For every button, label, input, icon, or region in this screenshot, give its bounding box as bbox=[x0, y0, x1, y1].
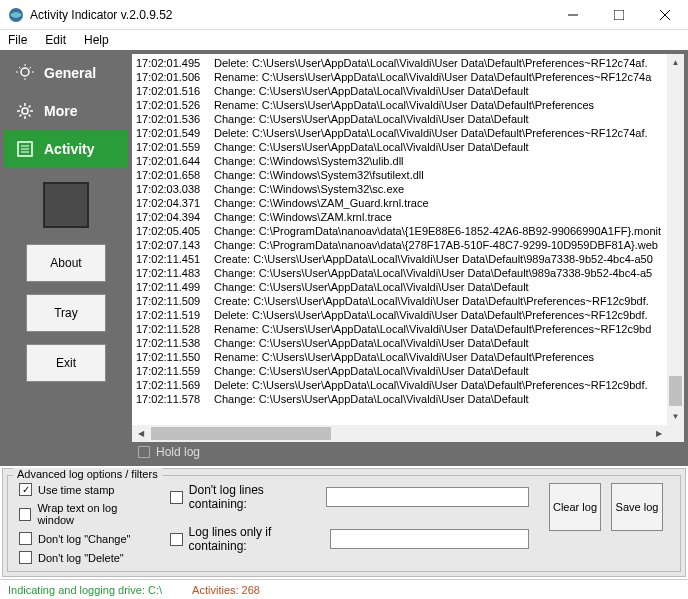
log-row[interactable]: 17:02:11.499Change: C:\Users\User\AppDat… bbox=[136, 280, 663, 294]
horizontal-scroll-thumb[interactable] bbox=[151, 427, 331, 440]
dont-log-delete-checkbox[interactable] bbox=[19, 551, 32, 564]
log-row[interactable]: 17:02:01.495Delete: C:\Users\User\AppDat… bbox=[136, 56, 663, 70]
minimize-button[interactable] bbox=[550, 0, 596, 30]
log-box: 17:02:01.495Delete: C:\Users\User\AppDat… bbox=[132, 54, 684, 442]
tab-more[interactable]: More bbox=[4, 92, 128, 130]
about-button[interactable]: About bbox=[26, 244, 106, 282]
dont-log-delete-label: Don't log "Delete" bbox=[38, 552, 124, 564]
advanced-options-panel: Advanced log options / filters Use time … bbox=[2, 468, 686, 577]
drive-indicator bbox=[43, 182, 89, 228]
only-containing-input[interactable] bbox=[330, 529, 529, 549]
save-log-button[interactable]: Save log bbox=[611, 483, 663, 531]
svg-line-11 bbox=[30, 67, 32, 69]
svg-line-18 bbox=[29, 115, 31, 117]
wrap-text-checkbox[interactable] bbox=[19, 508, 31, 521]
clear-log-button[interactable]: Clear log bbox=[549, 483, 601, 531]
options-column-left: Use time stamp Wrap text on log window D… bbox=[9, 469, 160, 568]
main-area: General More Activity About Tray Exit 17… bbox=[0, 50, 688, 466]
use-timestamp-checkbox[interactable] bbox=[19, 483, 32, 496]
log-row[interactable]: 17:02:05.405Change: C:\ProgramData\nanoa… bbox=[136, 224, 663, 238]
svg-line-17 bbox=[20, 106, 22, 108]
titlebar: Activity Indicator v.2.0.9.52 bbox=[0, 0, 688, 30]
scroll-right-icon[interactable]: ▶ bbox=[650, 425, 667, 442]
sidebar: General More Activity About Tray Exit bbox=[4, 54, 128, 462]
log-row[interactable]: 17:02:01.549Delete: C:\Users\User\AppDat… bbox=[136, 126, 663, 140]
menu-file[interactable]: File bbox=[8, 33, 27, 47]
log-row[interactable]: 17:02:03.038Change: C:\Windows\System32\… bbox=[136, 182, 663, 196]
scroll-corner bbox=[667, 425, 684, 442]
holdlog-label: Hold log bbox=[156, 445, 200, 459]
log-row[interactable]: 17:02:04.394Change: C:\Windows\ZAM.krnl.… bbox=[136, 210, 663, 224]
use-timestamp-label: Use time stamp bbox=[38, 484, 114, 496]
exit-button[interactable]: Exit bbox=[26, 344, 106, 382]
options-column-filters: Don't log lines containing: Log lines on… bbox=[160, 469, 539, 568]
only-containing-label: Log lines only if containing: bbox=[189, 525, 325, 553]
svg-line-19 bbox=[20, 115, 22, 117]
tab-general[interactable]: General bbox=[4, 54, 128, 92]
log-row[interactable]: 17:02:01.526Rename: C:\Users\User\AppDat… bbox=[136, 98, 663, 112]
holdlog-bar: Hold log bbox=[132, 442, 684, 462]
status-activities: Activities: 268 bbox=[192, 584, 260, 596]
dont-log-change-label: Don't log "Change" bbox=[38, 533, 130, 545]
log-row[interactable]: 17:02:11.538Change: C:\Users\User\AppDat… bbox=[136, 336, 663, 350]
log-row[interactable]: 17:02:11.451Create: C:\Users\User\AppDat… bbox=[136, 252, 663, 266]
tab-general-label: General bbox=[44, 65, 96, 81]
svg-point-12 bbox=[22, 108, 28, 114]
gear-icon bbox=[16, 102, 34, 120]
log-row[interactable]: 17:02:04.371Change: C:\Windows\ZAM_Guard… bbox=[136, 196, 663, 210]
log-row[interactable]: 17:02:01.644Change: C:\Windows\System32\… bbox=[136, 154, 663, 168]
svg-point-5 bbox=[21, 68, 29, 76]
svg-line-10 bbox=[19, 67, 21, 69]
log-row[interactable]: 17:02:01.658Change: C:\Windows\System32\… bbox=[136, 168, 663, 182]
log-row[interactable]: 17:02:11.550Rename: C:\Users\User\AppDat… bbox=[136, 350, 663, 364]
log-row[interactable]: 17:02:11.528Rename: C:\Users\User\AppDat… bbox=[136, 322, 663, 336]
tray-button[interactable]: Tray bbox=[26, 294, 106, 332]
options-legend: Advanced log options / filters bbox=[13, 468, 162, 480]
dont-containing-checkbox[interactable] bbox=[170, 491, 183, 504]
log-row[interactable]: 17:02:01.536Change: C:\Users\User\AppDat… bbox=[136, 112, 663, 126]
log-content[interactable]: 17:02:01.495Delete: C:\Users\User\AppDat… bbox=[132, 54, 667, 425]
log-row[interactable]: 17:02:11.569Delete: C:\Users\User\AppDat… bbox=[136, 378, 663, 392]
scroll-left-icon[interactable]: ◀ bbox=[132, 425, 149, 442]
holdlog-checkbox[interactable] bbox=[138, 446, 150, 458]
tab-activity[interactable]: Activity bbox=[4, 130, 128, 168]
dont-containing-label: Don't log lines containing: bbox=[189, 483, 320, 511]
horizontal-scrollbar[interactable]: ◀ ▶ bbox=[132, 425, 667, 442]
menu-help[interactable]: Help bbox=[84, 33, 109, 47]
lightbulb-icon bbox=[16, 64, 34, 82]
window-title: Activity Indicator v.2.0.9.52 bbox=[30, 8, 550, 22]
log-row[interactable]: 17:02:07.143Change: C:\ProgramData\nanoa… bbox=[136, 238, 663, 252]
log-panel: 17:02:01.495Delete: C:\Users\User\AppDat… bbox=[132, 54, 684, 462]
svg-rect-2 bbox=[614, 10, 624, 20]
log-row[interactable]: 17:02:01.516Change: C:\Users\User\AppDat… bbox=[136, 84, 663, 98]
log-row[interactable]: 17:02:01.559Change: C:\Users\User\AppDat… bbox=[136, 140, 663, 154]
log-row[interactable]: 17:02:01.506Rename: C:\Users\User\AppDat… bbox=[136, 70, 663, 84]
menubar: File Edit Help bbox=[0, 30, 688, 50]
svg-line-20 bbox=[29, 106, 31, 108]
dont-containing-input[interactable] bbox=[326, 487, 529, 507]
only-containing-checkbox[interactable] bbox=[170, 533, 182, 546]
log-row[interactable]: 17:02:11.559Change: C:\Users\User\AppDat… bbox=[136, 364, 663, 378]
statusbar: Indicating and logging drive: C:\ Activi… bbox=[0, 579, 688, 599]
log-row[interactable]: 17:02:11.578Change: C:\Users\User\AppDat… bbox=[136, 392, 663, 406]
menu-edit[interactable]: Edit bbox=[45, 33, 66, 47]
scroll-up-icon[interactable]: ▲ bbox=[667, 54, 684, 71]
dont-log-change-checkbox[interactable] bbox=[19, 532, 32, 545]
status-drive: Indicating and logging drive: C:\ bbox=[8, 584, 162, 596]
options-column-buttons: Clear log Save log bbox=[539, 469, 679, 568]
scroll-down-icon[interactable]: ▼ bbox=[667, 408, 684, 425]
close-button[interactable] bbox=[642, 0, 688, 30]
log-row[interactable]: 17:02:11.519Delete: C:\Users\User\AppDat… bbox=[136, 308, 663, 322]
vertical-scrollbar[interactable]: ▲ ▼ bbox=[667, 54, 684, 425]
wrap-text-label: Wrap text on log window bbox=[37, 502, 150, 526]
tab-activity-label: Activity bbox=[44, 141, 95, 157]
app-icon bbox=[8, 7, 24, 23]
tab-more-label: More bbox=[44, 103, 77, 119]
vertical-scroll-thumb[interactable] bbox=[669, 376, 682, 406]
list-icon bbox=[16, 140, 34, 158]
log-row[interactable]: 17:02:11.509Create: C:\Users\User\AppDat… bbox=[136, 294, 663, 308]
maximize-button[interactable] bbox=[596, 0, 642, 30]
log-row[interactable]: 17:02:11.483Change: C:\Users\User\AppDat… bbox=[136, 266, 663, 280]
